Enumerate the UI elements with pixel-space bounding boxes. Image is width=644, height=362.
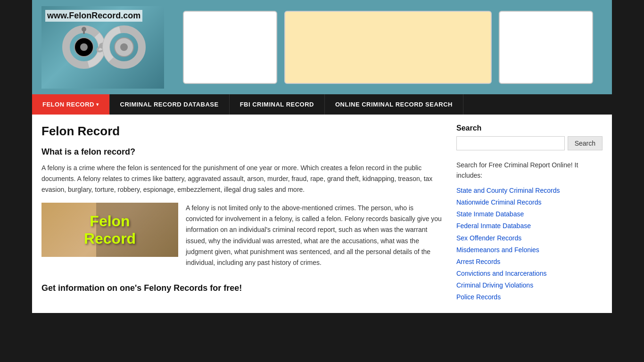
felon-record-image: Felon Record: [41, 203, 178, 257]
nav-item-online-criminal-record-search[interactable]: ONLINE CRIMINAL RECORD SEARCH: [325, 94, 463, 115]
sidebar: Search Search Search for Free Criminal R…: [456, 124, 603, 304]
section3-heading: Get information on one's Felony Records …: [41, 283, 442, 293]
search-row: Search: [456, 136, 603, 150]
page-title: Felon Record: [41, 124, 442, 139]
nav-label-felon-record: FELON RECORD: [42, 101, 94, 108]
svg-rect-5: [83, 30, 85, 34]
sidebar-link-driving[interactable]: Criminal Driving Violations: [456, 280, 603, 291]
sidebar-link-convictions[interactable]: Convictions and Incarcerations: [456, 268, 603, 280]
sidebar-link-federal-inmate[interactable]: Federal Inmate Database: [456, 220, 603, 232]
sidebar-link-state-inmate[interactable]: State Inmate Database: [456, 208, 603, 220]
site-header: www.FelonRecord.com: [32, 0, 612, 94]
site-url: www.FelonRecord.com: [45, 10, 142, 22]
ad-banner-3[interactable]: [499, 11, 593, 84]
site-wrapper: www.FelonRecord.com: [32, 0, 612, 313]
handcuff-image: www.FelonRecord.com: [41, 6, 164, 89]
sidebar-promo-text: Search for Free Criminal Report Online! …: [456, 160, 603, 181]
site-nav: FELON RECORD ▾ CRIMINAL RECORD DATABASE …: [32, 94, 612, 115]
handcuff-svg: [51, 19, 155, 75]
sidebar-link-arrest-records[interactable]: Arrest Records: [456, 256, 603, 268]
nav-item-fbi-criminal-record[interactable]: FBI CRIMINAL RECORD: [230, 94, 325, 115]
handcuff-graphic: www.FelonRecord.com: [41, 6, 164, 89]
nav-label-online-criminal-record-search: ONLINE CRIMINAL RECORD SEARCH: [335, 101, 453, 108]
logo-area: www.FelonRecord.com: [41, 6, 164, 89]
sidebar-links-list: State and County Criminal RecordsNationw…: [456, 185, 603, 304]
felon-label-line2: Record: [84, 230, 136, 247]
search-button[interactable]: Search: [568, 136, 603, 150]
sidebar-link-police[interactable]: Police Records: [456, 291, 603, 303]
felon-label-line1: Felon: [84, 213, 136, 230]
sidebar-link-state-county[interactable]: State and County Criminal Records: [456, 185, 603, 197]
main-content: Felon Record What is a felon record? A f…: [41, 124, 456, 304]
nav-label-fbi-criminal-record: FBI CRIMINAL RECORD: [240, 101, 314, 108]
search-label: Search: [456, 124, 603, 132]
main-layout: Felon Record What is a felon record? A f…: [32, 115, 612, 313]
ad-banner-2[interactable]: [284, 11, 492, 84]
ad-banner-1[interactable]: [183, 11, 277, 84]
header-ads: [173, 11, 603, 84]
section1-text: A felony is a crime where the felon is s…: [41, 163, 442, 195]
section1-heading: What is a felon record?: [41, 147, 442, 157]
felon-image-text: Felon Record: [84, 213, 136, 247]
svg-point-11: [120, 43, 128, 51]
sidebar-link-nationwide[interactable]: Nationwide Criminal Records: [456, 197, 603, 208]
sidebar-link-sex-offender[interactable]: Sex Offender Records: [456, 232, 603, 244]
felon-image-block: Felon Record A felony is not limited onl…: [41, 203, 442, 276]
nav-label-criminal-record-database: CRIMINAL RECORD DATABASE: [120, 101, 219, 108]
svg-point-3: [80, 43, 88, 51]
sidebar-link-misdemeanors[interactable]: Misdemeanors and Felonies: [456, 244, 603, 256]
chevron-down-icon: ▾: [96, 102, 99, 107]
search-input[interactable]: [456, 136, 565, 150]
nav-item-felon-record[interactable]: FELON RECORD ▾: [32, 94, 110, 115]
nav-item-criminal-record-database[interactable]: CRIMINAL RECORD DATABASE: [110, 94, 230, 115]
